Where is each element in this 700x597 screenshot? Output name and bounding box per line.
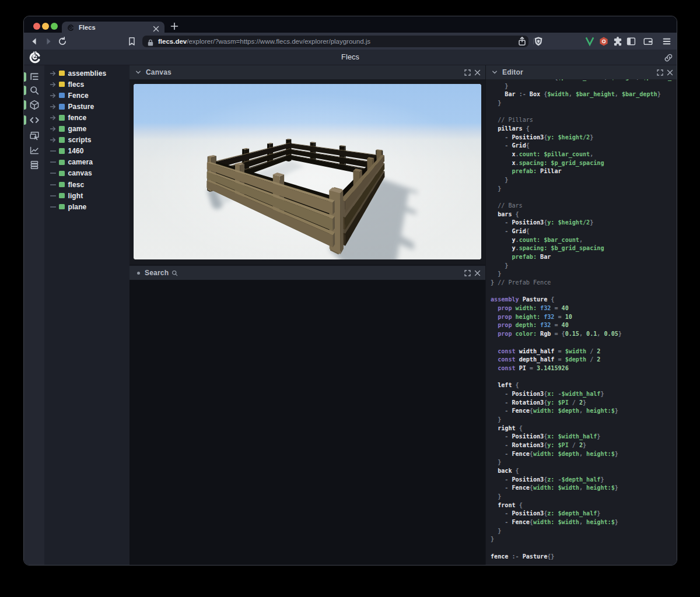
leaf-dash-icon [50, 148, 58, 154]
active-indicator-pill [24, 72, 26, 82]
tree-item-Pasture[interactable]: Pasture [44, 101, 130, 112]
editor-panel-content[interactable]: Pillar :- Box {$pillar_width, $height, $… [486, 79, 677, 566]
tree-item-label: assemblies [68, 69, 107, 78]
menu-icon[interactable] [662, 36, 672, 47]
tree-item-label: fence [68, 114, 87, 122]
search-magnifier-icon [172, 270, 178, 276]
tree-item-1460[interactable]: 1460 [44, 146, 130, 157]
activity-search-icon[interactable] [24, 83, 44, 97]
forward-icon[interactable] [43, 36, 54, 47]
back-icon[interactable] [29, 36, 40, 47]
entity-color-square [59, 115, 65, 121]
tree-item-assemblies[interactable]: assemblies [44, 68, 130, 79]
activity-chart-icon[interactable] [24, 143, 44, 158]
entity-color-square [59, 193, 65, 199]
extensions-puzzle-icon[interactable] [612, 36, 623, 47]
extension-v-icon[interactable] [584, 36, 595, 47]
canvas-3d-scene[interactable] [134, 84, 481, 259]
expand-icon[interactable] [464, 270, 471, 276]
extension-hex-icon[interactable] [598, 36, 609, 47]
bookmark-icon[interactable] [127, 36, 137, 47]
link-icon[interactable] [664, 53, 673, 62]
editor-panel-header[interactable]: Editor [486, 65, 677, 79]
entity-color-square [59, 104, 65, 110]
activity-cube-icon[interactable] [24, 98, 44, 113]
url-bar[interactable]: flecs.dev/explorer/?wasm=https://www.fle… [142, 36, 528, 48]
tree-item-label: scripts [68, 136, 92, 144]
active-indicator-pill [24, 86, 26, 95]
reload-icon[interactable] [57, 36, 68, 47]
leaf-dash-icon [50, 193, 58, 199]
activity-tree-outline-icon[interactable] [24, 70, 44, 85]
side-panel-icon[interactable] [626, 36, 636, 47]
expand-icon[interactable] [657, 69, 663, 76]
entity-color-square [59, 182, 65, 188]
tree-item-flecs[interactable]: flecs [44, 79, 130, 90]
close-icon[interactable] [474, 270, 481, 276]
tree-item-label: plane [68, 203, 87, 211]
entity-color-square [59, 171, 65, 177]
chevron-down-icon[interactable] [492, 69, 498, 75]
canvas-panel-title: Canvas [146, 68, 172, 76]
tree-item-label: Fence [68, 92, 89, 100]
tree-item-label: 1460 [68, 147, 84, 155]
expand-arrow-icon[interactable] [50, 126, 58, 132]
tree-item-label: canvas [68, 169, 92, 177]
tree-item-camera[interactable]: camera [44, 157, 130, 168]
entity-color-square [59, 93, 65, 99]
entity-color-square [59, 204, 65, 210]
bullet-icon[interactable] [137, 272, 140, 275]
search-panel-header[interactable]: Search [130, 266, 485, 280]
share-icon[interactable] [517, 36, 527, 47]
editor-panel-title: Editor [502, 68, 523, 76]
leaf-dash-icon [50, 170, 58, 176]
search-panel-content[interactable] [130, 280, 485, 566]
canvas-panel-header[interactable]: Canvas [130, 65, 485, 79]
expand-arrow-icon[interactable] [50, 104, 58, 110]
entity-tree: assembliesflecsFencePasturefencegamescri… [44, 65, 130, 566]
wallet-icon[interactable] [643, 36, 653, 47]
entity-color-square [59, 137, 65, 143]
activity-bar [24, 65, 44, 566]
expand-arrow-icon[interactable] [50, 82, 58, 87]
close-icon[interactable] [474, 69, 481, 76]
tab-title: Flecs [79, 24, 96, 31]
code-editor[interactable]: Pillar :- Box {$pillar_width, $height, $… [486, 79, 677, 561]
tree-item-plane[interactable]: plane [44, 201, 130, 212]
activity-rows-icon[interactable] [24, 158, 44, 173]
tree-item-label: flesc [68, 181, 85, 189]
browser-toolbar: flecs.dev/explorer/?wasm=https://www.fle… [24, 33, 677, 50]
expand-arrow-icon[interactable] [50, 71, 58, 76]
tree-item-scripts[interactable]: scripts [44, 135, 130, 146]
tree-item-flesc[interactable]: flesc [44, 179, 130, 190]
browser-tab[interactable]: Flecs [62, 22, 164, 33]
close-icon[interactable] [667, 69, 673, 76]
traffic-zoom-button[interactable] [51, 23, 58, 30]
entity-color-square [59, 71, 65, 76]
activity-inspect-icon[interactable] [24, 128, 44, 143]
traffic-close-button[interactable] [33, 23, 41, 30]
chevron-down-icon[interactable] [135, 69, 141, 75]
tree-item-Fence[interactable]: Fence [44, 90, 130, 101]
tree-item-game[interactable]: game [44, 124, 130, 135]
tab-strip: Flecs [24, 16, 677, 33]
tab-close-icon[interactable] [153, 24, 159, 30]
expand-icon[interactable] [464, 69, 471, 76]
active-indicator-pill [24, 115, 26, 125]
leaf-dash-icon [50, 159, 58, 165]
tree-item-light[interactable]: light [44, 190, 130, 201]
lock-icon [148, 38, 153, 45]
entity-color-square [59, 148, 65, 154]
brave-shield-icon[interactable] [533, 36, 544, 47]
expand-arrow-icon[interactable] [50, 137, 58, 143]
tree-item-canvas[interactable]: canvas [44, 168, 130, 179]
expand-arrow-icon[interactable] [50, 115, 58, 121]
canvas-viewport[interactable] [134, 84, 481, 259]
traffic-minimize-button[interactable] [42, 23, 50, 30]
search-panel-title: Search [145, 269, 169, 277]
activity-code-icon[interactable] [24, 113, 44, 128]
canvas-panel-content [130, 79, 485, 264]
tree-item-fence[interactable]: fence [44, 112, 130, 123]
expand-arrow-icon[interactable] [50, 93, 58, 99]
new-tab-button[interactable] [170, 22, 179, 31]
